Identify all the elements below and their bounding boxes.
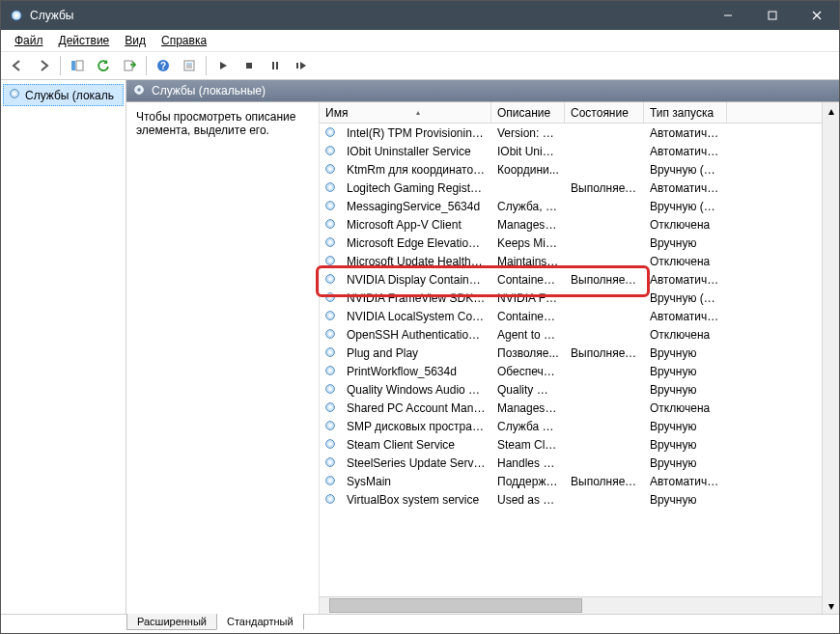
svg-point-38 xyxy=(328,259,332,262)
service-startup: Вручную xyxy=(644,419,727,434)
menu-bar: Файл Действие Вид Справка xyxy=(1,30,839,52)
service-description: Used as a ... xyxy=(491,492,565,508)
close-button[interactable] xyxy=(795,1,839,30)
service-row[interactable]: Intel(R) TPM Provisioning S...Version: 1… xyxy=(320,124,822,142)
service-row[interactable]: KtmRm для координатора ...Координи...Вру… xyxy=(320,160,822,179)
svg-point-50 xyxy=(328,369,332,372)
service-row[interactable]: SMP дисковых пространств...Служба уз...В… xyxy=(320,417,822,435)
view-tabs: Расширенный Стандартный xyxy=(1,614,839,634)
toolbar: ? xyxy=(1,52,839,80)
svg-point-62 xyxy=(328,479,332,482)
service-status xyxy=(565,206,644,207)
column-description[interactable]: Описание xyxy=(491,102,565,123)
column-startup[interactable]: Тип запуска xyxy=(644,102,727,123)
service-row[interactable]: Shared PC Account ManagerManages p...Отк… xyxy=(320,399,822,417)
service-row[interactable]: Microsoft App-V ClientManages A...Отключ… xyxy=(320,215,822,234)
tab-extended[interactable]: Расширенный xyxy=(126,614,217,630)
start-service-button[interactable] xyxy=(210,53,236,78)
properties-button[interactable] xyxy=(177,53,202,78)
service-row[interactable]: NVIDIA LocalSystem Contai...Container ..… xyxy=(320,307,822,325)
svg-rect-18 xyxy=(296,63,298,69)
description-text: Чтобы просмотреть описание элемента, выд… xyxy=(136,110,295,137)
maximize-button[interactable] xyxy=(750,1,795,30)
service-startup: Автоматиче... xyxy=(644,474,727,489)
menu-action[interactable]: Действие xyxy=(51,31,118,50)
service-list[interactable]: Имя▴ Описание Состояние Тип запуска Inte… xyxy=(320,102,822,614)
service-startup: Отключена xyxy=(644,217,727,233)
vertical-scrollbar[interactable]: ▴ ▾ xyxy=(822,102,839,614)
service-row[interactable]: MessagingService_5634dСлужба, о...Вручну… xyxy=(320,197,822,215)
menu-help[interactable]: Справка xyxy=(154,31,214,50)
menu-file[interactable]: Файл xyxy=(7,31,51,50)
service-row[interactable]: Logitech Gaming Registry S...Выполняется… xyxy=(320,179,822,197)
service-name: Quality Windows Audio Vid... xyxy=(341,382,491,398)
service-row[interactable]: IObit Uninstaller ServiceIObit Unins...А… xyxy=(320,142,822,160)
scroll-down-icon[interactable]: ▾ xyxy=(823,597,839,614)
service-row[interactable]: Quality Windows Audio Vid...Quality Wi..… xyxy=(320,380,822,399)
service-name: KtmRm для координатора ... xyxy=(341,162,491,178)
restart-service-button[interactable] xyxy=(289,53,314,78)
minimize-button[interactable] xyxy=(706,1,750,30)
service-name: Shared PC Account Manager xyxy=(341,400,491,416)
gear-icon xyxy=(323,474,339,489)
service-row[interactable]: PrintWorkflow_5634dОбеспечи...Вручную xyxy=(320,362,822,380)
service-row[interactable]: SteelSeries Update ServiceHandles u...Вр… xyxy=(320,454,822,472)
service-row[interactable]: Microsoft Update Health Se...Maintains .… xyxy=(320,252,822,270)
service-row[interactable]: Microsoft Edge Elevation Se...Keeps Micr… xyxy=(320,234,822,252)
svg-point-60 xyxy=(328,460,332,464)
svg-point-30 xyxy=(328,185,332,189)
service-startup: Вручную xyxy=(644,382,727,398)
service-name: VirtualBox system service xyxy=(341,492,491,508)
service-row[interactable]: Plug and PlayПозволяе...ВыполняетсяВручн… xyxy=(320,344,822,362)
gear-icon xyxy=(323,327,339,343)
show-hide-tree-button[interactable] xyxy=(65,53,90,78)
service-row[interactable]: SysMainПоддержи...ВыполняетсяАвтоматиче.… xyxy=(320,472,822,490)
title-bar[interactable]: Службы xyxy=(1,1,839,30)
service-row[interactable]: OpenSSH Authentication A...Agent to h...… xyxy=(320,325,822,344)
service-name: Microsoft App-V Client xyxy=(341,217,491,233)
svg-rect-17 xyxy=(276,62,278,69)
svg-point-56 xyxy=(328,424,332,427)
pause-service-button[interactable] xyxy=(263,53,288,78)
service-row[interactable]: VirtualBox system serviceUsed as a ...Вр… xyxy=(320,490,822,509)
service-status xyxy=(565,224,644,226)
export-list-button[interactable] xyxy=(117,53,142,78)
stop-service-button[interactable] xyxy=(237,53,262,78)
service-row[interactable]: NVIDIA FrameView SDK servi...NVIDIA Fra.… xyxy=(320,289,822,307)
service-startup: Автоматиче... xyxy=(644,180,727,196)
service-description: Позволяе... xyxy=(491,345,565,361)
scroll-up-icon[interactable]: ▴ xyxy=(823,102,839,119)
service-name: PrintWorkflow_5634d xyxy=(341,364,491,379)
refresh-button[interactable] xyxy=(91,53,116,78)
svg-rect-8 xyxy=(125,61,132,70)
service-startup: Вручную xyxy=(644,235,727,251)
gear-icon xyxy=(323,254,339,269)
service-description: Служба уз... xyxy=(491,419,565,434)
forward-button[interactable] xyxy=(31,53,56,78)
menu-view[interactable]: Вид xyxy=(117,31,154,50)
svg-rect-6 xyxy=(71,61,75,70)
service-name: MessagingService_5634d xyxy=(341,199,491,214)
service-startup: Вручную xyxy=(644,437,727,453)
services-window: Службы Файл Действие Вид Справка ? xyxy=(0,0,840,634)
column-name[interactable]: Имя▴ xyxy=(320,102,491,123)
gear-icon xyxy=(323,199,339,214)
tab-standard[interactable]: Стандартный xyxy=(216,614,304,630)
gear-icon xyxy=(323,382,339,398)
svg-rect-3 xyxy=(769,12,776,19)
horizontal-scrollbar[interactable] xyxy=(320,596,822,614)
svg-rect-16 xyxy=(272,62,274,69)
back-button[interactable] xyxy=(5,53,30,78)
navigation-tree[interactable]: Службы (локаль xyxy=(1,80,126,614)
svg-point-42 xyxy=(328,295,332,299)
service-row[interactable]: NVIDIA Display Container LSContainer ...… xyxy=(320,270,822,289)
svg-point-22 xyxy=(137,88,141,92)
service-row[interactable]: Steam Client ServiceSteam Clie...Вручную xyxy=(320,435,822,454)
help-button[interactable]: ? xyxy=(151,53,176,78)
column-status[interactable]: Состояние xyxy=(565,102,644,123)
svg-point-20 xyxy=(13,92,16,96)
service-name: IObit Uninstaller Service xyxy=(341,144,491,159)
tree-item-services-local[interactable]: Службы (локаль xyxy=(3,84,124,106)
svg-point-46 xyxy=(328,332,332,336)
service-startup: Автоматиче... xyxy=(644,144,727,159)
